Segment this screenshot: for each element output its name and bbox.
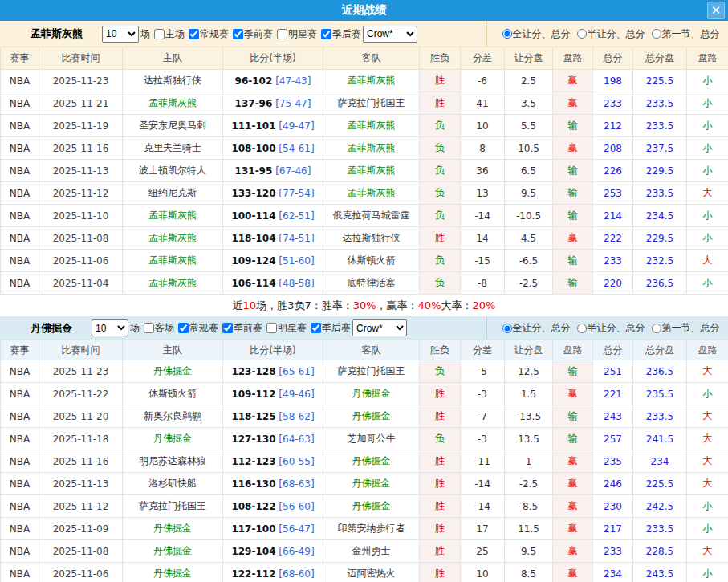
odds-type-radio-半让分、总分[interactable]: 半让分、总分 — [571, 321, 645, 335]
cell-away-team: 金州勇士 — [323, 540, 420, 563]
full-score: 100-114 — [231, 210, 275, 222]
checkbox-label: 季后赛 — [332, 27, 361, 41]
column-header: 赛事 — [1, 340, 39, 360]
checkbox-input[interactable] — [222, 323, 233, 333]
cell-total-line: 233.5 — [633, 92, 687, 115]
radio-input[interactable] — [502, 324, 512, 333]
cell-league: NBA — [1, 92, 39, 115]
radio-input[interactable] — [577, 29, 587, 39]
cell-score: 109-112 [49-46] — [223, 383, 323, 405]
games-count-select[interactable]: 10 — [92, 319, 128, 336]
table-row: NBA2025-11-12纽约尼克斯133-120 [77-54]孟菲斯灰熊负1… — [1, 182, 728, 205]
filter-checkbox-季前赛[interactable]: 季前赛 — [229, 27, 273, 41]
cell-win-loss: 胜 — [420, 383, 461, 405]
cell-over-under: 小 — [687, 227, 728, 250]
cell-league: NBA — [1, 137, 39, 160]
odds-type-radio-第一节、总分[interactable]: 第一节、总分 — [645, 321, 720, 335]
cell-home-team: 丹佛掘金 — [123, 563, 223, 582]
cell-total-points: 235 — [593, 450, 633, 473]
cell-total-points: 226 — [593, 160, 633, 182]
cell-point-diff: 25 — [461, 540, 505, 563]
odds-type-radio-全让分、总分[interactable]: 全让分、总分 — [496, 27, 571, 41]
full-score: 133-120 — [231, 188, 275, 199]
cell-away-team: 萨克拉门托国王 — [323, 360, 420, 383]
games-count-select[interactable]: 10 — [102, 26, 139, 43]
column-header: 盘路 — [687, 47, 728, 70]
radio-input[interactable] — [652, 29, 661, 39]
radio-input[interactable] — [652, 324, 661, 333]
close-icon[interactable]: ✕ — [707, 2, 725, 19]
odds-company-select[interactable]: Crow* — [352, 319, 407, 336]
cell-away-team: 丹佛掘金 — [323, 383, 420, 405]
radio-input[interactable] — [577, 324, 587, 333]
cell-handicap-result: 输 — [553, 115, 593, 137]
header-row: 赛事比赛时间主队比分(半场)客队胜负分差让分盘盘路总分总分盘盘路 — [1, 340, 728, 360]
cell-away-team: 孟菲斯灰熊 — [323, 137, 420, 160]
cell-score: 111-101 [49-47] — [223, 115, 323, 137]
cell-over-under: 大 — [687, 405, 728, 428]
checkbox-input[interactable] — [321, 29, 331, 39]
full-score: 112-123 — [231, 456, 275, 467]
cell-away-team: 印第安纳步行者 — [323, 518, 420, 540]
cell-away-team: 迈阿密热火 — [323, 563, 420, 582]
odds-type-radio-全让分、总分[interactable]: 全让分、总分 — [496, 321, 571, 335]
odds-company-select[interactable]: Crow* — [363, 26, 417, 43]
cell-total-points: 221 — [593, 383, 633, 405]
cell-away-team: 孟菲斯灰熊 — [323, 160, 420, 182]
cell-total-points: 253 — [593, 182, 633, 205]
odds-type-radio-第一节、总分[interactable]: 第一节、总分 — [645, 27, 720, 41]
column-header: 总分 — [593, 340, 633, 360]
column-header: 盘路 — [687, 340, 728, 360]
cell-handicap-line: 3.5 — [505, 92, 553, 115]
cell-score: 112-123 [60-55] — [223, 450, 323, 473]
cell-point-diff: -8 — [461, 272, 505, 295]
cell-handicap-result: 赢 — [553, 540, 593, 563]
filter-checkbox-常规赛[interactable]: 常规赛 — [174, 321, 218, 335]
cell-date: 2025-11-23 — [39, 70, 123, 92]
radio-input[interactable] — [502, 29, 512, 39]
filter-checkbox-季前赛[interactable]: 季前赛 — [218, 321, 262, 335]
checkbox-input[interactable] — [277, 29, 287, 39]
cell-handicap-line: 4.5 — [505, 227, 553, 250]
cell-total-points: 230 — [593, 495, 633, 518]
cell-win-loss: 胜 — [420, 70, 461, 92]
odds-type-radio-半让分、总分[interactable]: 半让分、总分 — [571, 27, 645, 41]
cell-score: 106-114 [48-58] — [223, 272, 323, 295]
cell-score: 137-96 [75-47] — [223, 92, 323, 115]
half-score: [77-54] — [279, 188, 314, 199]
filter-checkboxes: 主场常规赛季前赛明星赛季后赛 — [150, 27, 361, 41]
odds-type-radio-group: 全让分、总分半让分、总分第一节、总分 — [487, 316, 728, 340]
summary-segment: 大率： — [441, 299, 473, 313]
cell-date: 2025-11-04 — [39, 272, 123, 295]
filter-checkbox-明星赛[interactable]: 明星赛 — [273, 27, 317, 41]
full-score: 118-125 — [231, 411, 275, 422]
cell-total-line: 234.5 — [633, 205, 687, 227]
filter-checkbox-明星赛[interactable]: 明星赛 — [262, 321, 307, 335]
checkbox-input[interactable] — [233, 29, 243, 39]
full-score: 117-100 — [231, 523, 275, 535]
half-score: [68-63] — [279, 478, 314, 490]
checkbox-input[interactable] — [189, 29, 199, 39]
cell-point-diff: 10 — [461, 563, 505, 582]
cell-home-team: 圣安东尼奥马刺 — [123, 115, 223, 137]
filter-checkbox-常规赛[interactable]: 常规赛 — [185, 27, 229, 41]
checkbox-input[interactable] — [178, 323, 189, 333]
cell-date: 2025-11-06 — [39, 563, 123, 582]
cell-win-loss: 胜 — [420, 540, 461, 563]
checkbox-input[interactable] — [144, 323, 154, 333]
checkbox-input[interactable] — [154, 29, 165, 39]
filter-checkbox-主场[interactable]: 主场 — [150, 27, 185, 41]
filter-checkbox-客场[interactable]: 客场 — [140, 321, 174, 335]
cell-handicap-line: 9.5 — [505, 540, 553, 563]
cell-point-diff: -14 — [461, 205, 505, 227]
checkbox-input[interactable] — [311, 323, 321, 333]
cell-league: NBA — [1, 383, 39, 405]
half-score: [64-63] — [279, 433, 314, 445]
table-row: NBA2025-11-08丹佛掘金129-104 [66-49]金州勇士胜259… — [1, 540, 728, 563]
filter-checkbox-季后赛[interactable]: 季后赛 — [317, 27, 361, 41]
half-score: [65-61] — [279, 366, 314, 377]
cell-league: NBA — [1, 473, 39, 495]
checkbox-input[interactable] — [266, 323, 277, 333]
table-row: NBA2025-11-13洛杉矶快船116-130 [68-63]丹佛掘金胜-1… — [1, 473, 728, 495]
filter-checkbox-季后赛[interactable]: 季后赛 — [307, 321, 351, 335]
